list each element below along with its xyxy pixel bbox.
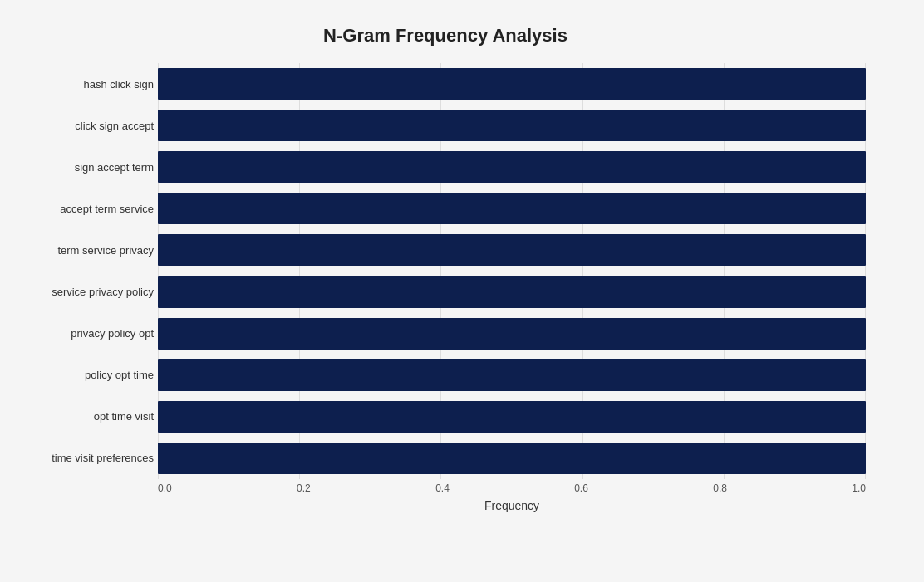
bar-track: [158, 276, 866, 308]
chart-area: hash click signclick sign acceptsign acc…: [17, 63, 874, 512]
bar-row: click sign accept: [158, 105, 866, 146]
bars-section: hash click signclick sign acceptsign acc…: [17, 63, 874, 479]
bar-fill: [158, 193, 866, 224]
bar-fill: [158, 110, 866, 141]
bar-label: opt time visit: [17, 410, 154, 423]
x-tick: 0.0: [158, 482, 172, 494]
bar-fill: [158, 234, 866, 266]
bar-row: sign accept term: [158, 146, 866, 188]
bar-row: term service privacy: [158, 229, 866, 271]
bar-fill: [158, 276, 866, 308]
bar-fill: [158, 443, 866, 474]
bar-track: [158, 359, 866, 391]
bar-fill: [158, 68, 866, 100]
bar-row: service privacy policy: [158, 271, 866, 312]
bar-track: [158, 151, 866, 183]
x-tick: 0.8: [713, 482, 727, 494]
bar-label: sign accept term: [17, 161, 154, 174]
bar-label: service privacy policy: [17, 286, 154, 298]
bar-label: time visit preferences: [17, 452, 154, 464]
bar-row: hash click sign: [158, 63, 866, 105]
bar-row: accept term service: [158, 188, 866, 229]
chart-title: N-Gram Frequency Analysis: [17, 17, 874, 46]
x-axis: 0.00.20.40.60.81.0 Frequency: [17, 482, 874, 512]
bar-track: [158, 443, 866, 474]
bar-label: term service privacy: [17, 244, 154, 257]
bar-track: [158, 318, 866, 350]
x-tick: 1.0: [852, 482, 866, 494]
x-tick: 0.4: [435, 482, 450, 494]
x-axis-label: Frequency: [158, 499, 866, 512]
bar-label: accept term service: [17, 203, 154, 215]
bar-track: [158, 401, 866, 433]
bar-fill: [158, 359, 866, 391]
x-ticks: 0.00.20.40.60.81.0: [158, 482, 866, 494]
chart-container: N-Gram Frequency Analysis hash click sig…: [0, 0, 924, 582]
bar-fill: [158, 151, 866, 183]
bar-track: [158, 110, 866, 141]
x-tick: 0.6: [574, 482, 588, 494]
bar-fill: [158, 318, 866, 350]
bar-fill: [158, 401, 866, 433]
bar-label: privacy policy opt: [17, 327, 154, 340]
bar-label: click sign accept: [17, 120, 154, 132]
bar-track: [158, 68, 866, 100]
bar-track: [158, 234, 866, 266]
bar-track: [158, 193, 866, 224]
bar-row: opt time visit: [158, 396, 866, 438]
bar-row: time visit preferences: [158, 438, 866, 479]
bar-row: policy opt time: [158, 355, 866, 396]
x-tick: 0.2: [297, 482, 311, 494]
bar-row: privacy policy opt: [158, 313, 866, 355]
bar-label: policy opt time: [17, 369, 154, 381]
bar-label: hash click sign: [17, 78, 154, 90]
